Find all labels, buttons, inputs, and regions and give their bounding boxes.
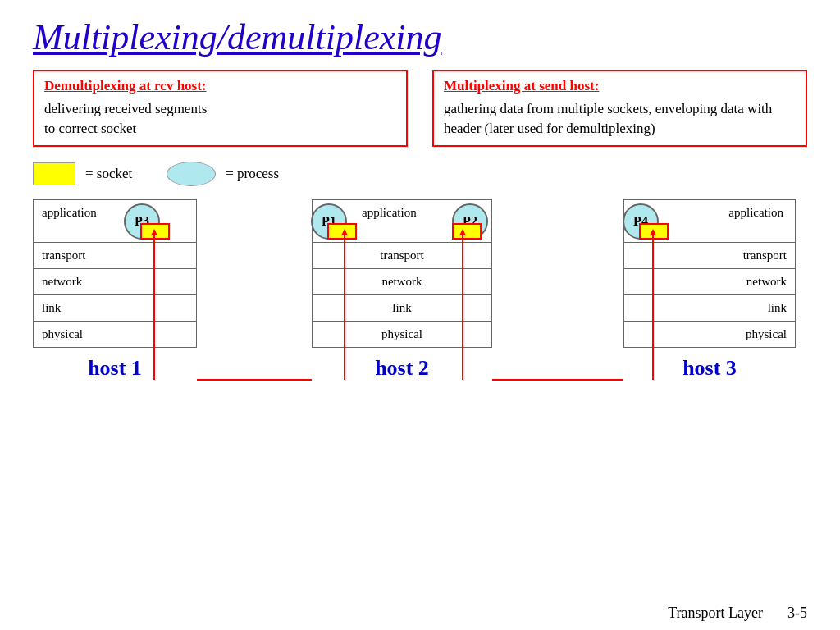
mux-box: Multiplexing at send host: gathering dat… xyxy=(432,70,807,147)
host3-socket xyxy=(639,223,669,240)
top-section: Demultiplexing at rcv host: delivering r… xyxy=(33,70,807,147)
host2-socket-right xyxy=(452,223,482,240)
host3-container: P4 application transport network link ph… xyxy=(623,199,796,381)
socket-legend-label: = socket xyxy=(85,166,132,182)
host3-link-row: link xyxy=(624,295,795,322)
diagram: application P3 transport network link ph… xyxy=(33,199,807,437)
host3-stack: P4 application transport network link ph… xyxy=(623,199,796,348)
host3-label: host 3 xyxy=(682,356,737,381)
legend: = socket = process xyxy=(33,162,807,186)
host1-socket xyxy=(140,223,170,240)
host1-stack-wrapper: application P3 transport network link ph… xyxy=(33,199,197,348)
demux-title: Demultiplexing at rcv host: xyxy=(44,78,396,94)
host2-transport-row: transport xyxy=(313,243,491,269)
host1-network-row: network xyxy=(34,269,196,295)
host3-network-row: network xyxy=(624,269,795,295)
page-title: Multiplexing/demultiplexing xyxy=(33,16,807,58)
host3-stack-wrapper: P4 application transport network link ph… xyxy=(623,199,796,348)
demux-box: Demultiplexing at rcv host: delivering r… xyxy=(33,70,408,147)
process-legend-icon xyxy=(167,162,216,186)
socket-legend-icon xyxy=(33,162,75,185)
host3-transport-row: transport xyxy=(624,243,795,269)
process-legend-label: = process xyxy=(226,166,279,182)
host2-container: P1 application P2 transport network link… xyxy=(312,199,492,381)
host2-label: host 2 xyxy=(375,356,429,381)
host1-container: application P3 transport network link ph… xyxy=(33,199,197,381)
mux-title: Multiplexing at send host: xyxy=(444,78,796,94)
host1-physical-row: physical xyxy=(34,322,196,347)
footer-slide: 3-5 xyxy=(788,605,807,622)
host1-label: host 1 xyxy=(88,356,142,381)
host2-physical-row: physical xyxy=(313,322,491,347)
host1-link-row: link xyxy=(34,295,196,322)
footer-section: Transport Layer xyxy=(668,605,763,622)
mux-text: gathering data from multiple sockets, en… xyxy=(444,101,772,136)
host2-stack: P1 application P2 transport network link… xyxy=(312,199,492,348)
host2-application-row: P1 application P2 xyxy=(313,200,491,243)
footer: Transport Layer 3-5 xyxy=(668,605,807,622)
demux-text: delivering received segmentsto correct s… xyxy=(44,101,207,136)
host2-link-row: link xyxy=(313,295,491,322)
host3-physical-row: physical xyxy=(624,322,795,347)
host3-application-row: P4 application xyxy=(624,200,795,243)
host2-network-row: network xyxy=(313,269,491,295)
host1-stack: application P3 transport network link ph… xyxy=(33,199,197,348)
host2-socket-left xyxy=(327,223,357,240)
page: Multiplexing/demultiplexing Demultiplexi… xyxy=(0,0,840,630)
host1-transport-row: transport xyxy=(34,243,196,269)
host1-application-row: application P3 xyxy=(34,200,196,243)
host2-stack-wrapper: P1 application P2 transport network link… xyxy=(312,199,492,348)
